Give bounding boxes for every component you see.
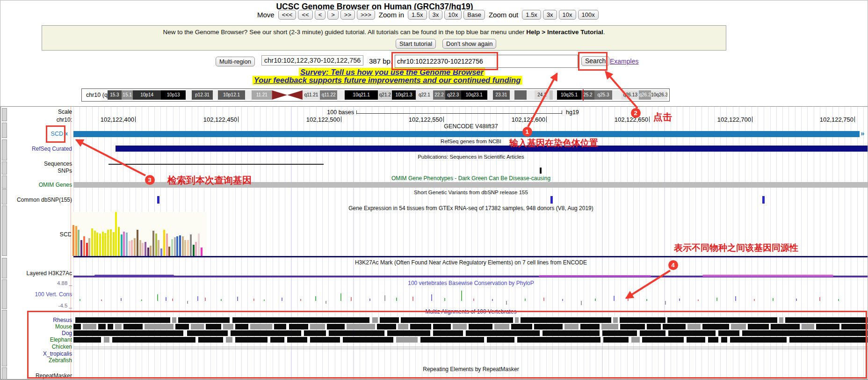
track-drag-handle[interactable] — [2, 279, 7, 309]
gtex-bar[interactable] — [166, 234, 168, 254]
snp-item[interactable] — [540, 168, 542, 174]
gtex-bar[interactable] — [115, 212, 117, 254]
gtex-bar[interactable] — [126, 233, 128, 254]
gtex-gene-label[interactable]: SCD — [1, 231, 72, 238]
gtex-bar[interactable] — [96, 233, 98, 254]
zoom-in-button-3x[interactable]: 3x — [429, 10, 443, 20]
zoom-out-button-10x[interactable]: 10x — [559, 10, 576, 20]
ideogram-band: 10p13 — [161, 90, 186, 100]
gtex-bar[interactable] — [179, 235, 181, 254]
gtex-bar[interactable] — [158, 240, 159, 254]
gtex-bar[interactable] — [91, 228, 93, 254]
gtex-bar[interactable] — [190, 234, 192, 254]
gtex-bar[interactable] — [193, 245, 195, 254]
gtex-bar[interactable] — [75, 226, 77, 254]
gtex-bar[interactable] — [147, 248, 149, 254]
gtex-bar[interactable] — [163, 230, 165, 254]
gtex-bar[interactable] — [171, 239, 173, 254]
gtex-bar[interactable] — [86, 243, 88, 254]
gtex-bar[interactable] — [182, 236, 184, 254]
gtex-bar[interactable] — [83, 236, 85, 254]
gtex-bar[interactable] — [176, 236, 178, 254]
multi-region-button[interactable]: Multi-region — [216, 57, 255, 66]
gtex-bar[interactable] — [118, 227, 120, 254]
conservation-label[interactable]: 100 Vert. Cons — [1, 291, 72, 298]
gtex-bar[interactable] — [195, 242, 197, 254]
gtex-bar[interactable] — [72, 225, 74, 254]
gtex-bar[interactable] — [160, 248, 162, 254]
move-button-[interactable]: < — [315, 10, 326, 20]
track-drag-handle[interactable] — [2, 175, 7, 189]
track-drag-handle[interactable] — [2, 108, 7, 121]
gtex-bar[interactable] — [139, 240, 141, 254]
gtex-bar[interactable] — [145, 242, 146, 254]
gtex-bar[interactable] — [142, 243, 144, 254]
track-drag-handle[interactable] — [2, 161, 7, 175]
gtex-bar[interactable] — [88, 238, 90, 254]
zoom-in-button-10x[interactable]: 10x — [444, 10, 462, 20]
sequences-label[interactable]: Sequences — [1, 161, 72, 167]
conservation-tick — [121, 298, 122, 301]
gtex-bar[interactable] — [174, 237, 176, 254]
gtex-bar[interactable] — [107, 230, 109, 254]
track-drag-handle[interactable] — [2, 123, 7, 138]
gtex-bar[interactable] — [201, 248, 203, 254]
move-label: Move — [257, 11, 275, 19]
gtex-bar[interactable] — [94, 231, 96, 254]
ideogram-band: 11.21 — [252, 90, 272, 100]
track-drag-handle[interactable] — [2, 139, 7, 161]
zoom-out-button-3x[interactable]: 3x — [543, 10, 557, 20]
dbsnp-label[interactable]: Common dbSNP(155) — [1, 197, 72, 203]
gtex-bar[interactable] — [113, 232, 115, 254]
track-drag-handle[interactable] — [2, 310, 7, 366]
dbsnp-variant-tick[interactable] — [157, 196, 159, 204]
gtex-bar[interactable] — [137, 230, 138, 254]
move-button-[interactable]: > — [327, 10, 339, 20]
zoom-in-button-15x[interactable]: 1.5x — [408, 10, 427, 20]
move-button-[interactable]: << — [298, 10, 312, 20]
zoom-in-button-Base[interactable]: Base — [463, 10, 485, 20]
dbsnp-variant-tick[interactable] — [762, 196, 765, 204]
examples-link[interactable]: Examples — [610, 58, 638, 65]
gtex-bar[interactable] — [104, 233, 106, 254]
track-drag-handle[interactable] — [2, 205, 7, 256]
gtex-bar[interactable] — [129, 241, 130, 254]
gtex-bar[interactable] — [184, 240, 186, 254]
gtex-bar[interactable] — [152, 231, 154, 254]
snps-label[interactable]: SNPs — [1, 168, 72, 174]
dismiss-tutorial-button[interactable]: Don't show again — [442, 39, 496, 49]
zoom-out-button-100x[interactable]: 100x — [578, 10, 599, 20]
move-button-[interactable]: >>> — [357, 10, 375, 20]
gtex-bar[interactable] — [131, 240, 133, 254]
gtex-bar[interactable] — [102, 232, 104, 254]
ideogram-band — [510, 90, 514, 100]
h3k27ac-label[interactable]: Layered H3K27Ac — [1, 270, 72, 277]
gtex-bar[interactable] — [155, 234, 157, 254]
gtex-bar[interactable] — [134, 238, 136, 254]
zoom-out-button-15x[interactable]: 1.5x — [522, 10, 541, 20]
track-drag-handle[interactable] — [2, 367, 7, 380]
move-button-[interactable]: >> — [340, 10, 355, 20]
conservation-tick — [461, 291, 462, 301]
move-button-[interactable]: <<< — [278, 10, 297, 20]
track-drag-handle[interactable] — [2, 189, 7, 205]
gtex-bar[interactable] — [110, 229, 112, 254]
gene-bar-scd[interactable] — [73, 131, 860, 137]
gtex-bar[interactable] — [78, 230, 80, 254]
gtex-bar[interactable] — [121, 234, 123, 254]
gtex-bar[interactable] — [198, 234, 200, 254]
gtex-bar[interactable] — [99, 234, 101, 254]
gtex-bar[interactable] — [123, 232, 125, 254]
start-tutorial-button[interactable]: Start tutorial — [396, 39, 436, 49]
refseq-label[interactable]: RefSeq Curated — [1, 146, 72, 152]
gtex-bar[interactable] — [168, 247, 170, 254]
survey-line-2[interactable]: Your feedback supports future improvemen… — [253, 76, 522, 85]
refseq-bar[interactable] — [116, 146, 868, 152]
gtex-bar[interactable] — [150, 246, 152, 254]
omim-genes-label[interactable]: OMIM Genes — [1, 182, 72, 188]
track-drag-handle[interactable] — [2, 258, 7, 278]
chromosome-ideogram[interactable]: chr10 (q24.31) 15.315.110p1410p13p12.311… — [81, 88, 670, 102]
gtex-bar[interactable] — [187, 240, 189, 254]
gtex-bar[interactable] — [80, 240, 82, 254]
dbsnp-variant-tick[interactable] — [550, 196, 553, 204]
